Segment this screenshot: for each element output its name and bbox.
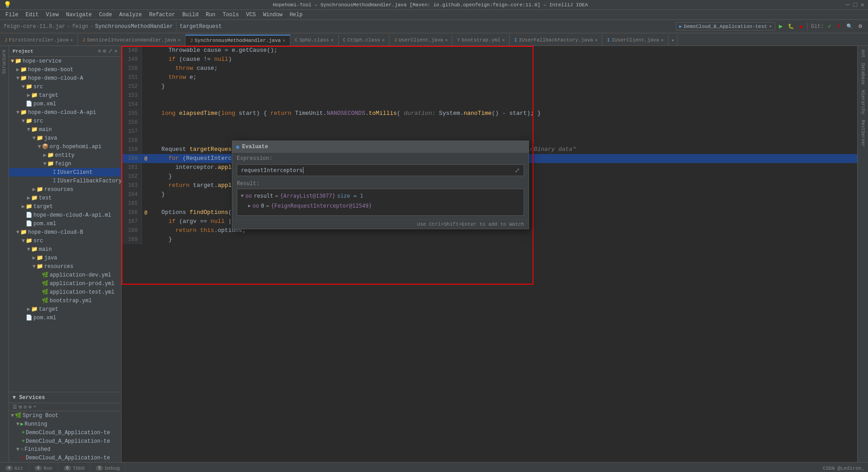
close-btn[interactable]: ✕ [861,1,864,9]
services-spring-boot[interactable]: ▼ 🌿 Spring Boot [9,411,121,420]
minimize-btn[interactable]: ─ [846,1,850,9]
tab-userclient[interactable]: J UserClient.java ✕ [389,35,452,45]
tab-close-bootstrap[interactable]: ✕ [502,37,505,43]
menu-help[interactable]: Help [286,10,306,19]
menu-tools[interactable]: Tools [219,10,243,19]
tree-hope-demo-cloud-a[interactable]: ▼ 📁 hope-demo-cloud-A [9,74,121,82]
settings-button[interactable]: ⚙ [856,23,864,30]
tree-entity[interactable]: ▶ 📁 entity [9,151,121,159]
breadcrumb-jar[interactable]: feign-core-11.8.jar [4,23,65,30]
menu-navigate[interactable]: Navigate [62,10,95,19]
gear-icon[interactable]: ⚙ [103,48,106,54]
tree-test[interactable]: ▶ 📁 test [9,194,121,202]
tab-close-iuserclient[interactable]: ✕ [661,37,664,43]
tree-bootstrap-yml[interactable]: ▶ 🌿 bootstrap.yml [9,296,121,305]
tab-close-sphu[interactable]: ✕ [331,37,334,43]
debug-button[interactable]: 🐛 [786,23,796,30]
tree-resources-1[interactable]: ▶ 📁 resources [9,185,121,194]
tab-iuserfallback[interactable]: I IUserFallbackFactory.java ✕ [510,35,602,45]
services-demo-a[interactable]: ☀ DemoCloud_A_Application-te [9,437,121,445]
tree-java-2[interactable]: ▶ 📁 java [9,254,121,262]
result-child-row[interactable]: ▶ oo 0 = {FeignRequestInterceptor@12549} [239,201,522,211]
tree-iuserclient[interactable]: ▶ I IUserClient [9,168,121,177]
tree-cloud-a-api-ml[interactable]: ▶ 📄 hope-demo-cloud-A-api.ml [9,211,121,219]
tab-iuserclient[interactable]: I IUserClient.java ✕ [602,35,669,45]
services-col-icon[interactable]: ⊞ [19,404,22,410]
menu-window[interactable]: Window [259,10,286,19]
services-header[interactable]: ▼ Services [9,392,121,403]
gutter-160[interactable]: @ [142,154,150,163]
database-panel-toggle[interactable]: Database [859,61,866,86]
ant-panel-toggle[interactable]: Ant [859,48,866,59]
gutter-166[interactable]: @ [142,208,150,217]
breadcrumb-class[interactable]: SynchronousMethodHandler [95,23,173,30]
tree-src-2[interactable]: ▼ 📁 src [9,117,121,125]
tree-hope-demo-boot[interactable]: ▶ 📁 hope-demo-boot [9,65,121,74]
menu-view[interactable]: View [42,10,63,19]
tree-pom-3[interactable]: ▶ 📄 pom.xml [9,313,121,322]
menu-refactor[interactable]: Refactor [145,10,179,19]
tree-target-1[interactable]: ▶ 📁 target [9,91,121,100]
maximize-btn[interactable]: □ [853,1,857,9]
tab-close-first-controller[interactable]: ✕ [70,37,73,43]
tree-hope-demo-cloud-b[interactable]: ▼ 📁 hope-demo-cloud-B [9,228,121,236]
tab-sphu[interactable]: C SphU.class ✕ [290,35,339,45]
expand-expression-btn[interactable]: ⤢ [515,167,520,174]
services-demo-b[interactable]: ☀ DemoCloud_B_Application-te [9,428,121,437]
services-demo-a-finished[interactable]: ✕ DemoCloud_A_Application-te [9,454,121,462]
menu-analyze[interactable]: Analyze [116,10,145,19]
menu-run[interactable]: Run [202,10,219,19]
menu-build[interactable]: Build [179,10,202,19]
tree-src-1[interactable]: ▼ 📁 src [9,82,121,91]
tree-java[interactable]: ▼ 📁 java [9,134,121,142]
search-everywhere-button[interactable]: 🔍 [845,23,854,30]
tab-close-userclient[interactable]: ✕ [445,37,448,43]
tab-ctsphu[interactable]: C CtSph.class ✕ [339,35,390,45]
tree-hope-demo-cloud-a-api[interactable]: ▼ 📁 hope-demo-cloud-A-api [9,108,121,117]
bottom-tab-debug[interactable]: 5 Debug [90,463,126,472]
tree-target-2[interactable]: ▶ 📁 target [9,202,121,211]
menu-edit[interactable]: Edit [22,10,42,19]
tree-pom-2[interactable]: ▶ 📄 pom.xml [9,219,121,228]
services-filter-icon[interactable]: ⊟ [24,404,27,410]
expand-icon[interactable]: ⤢ [108,48,113,54]
structure-panel-toggle[interactable]: Structure [0,48,9,76]
bottom-tab-todo[interactable]: 6 TODO [59,463,90,472]
tree-app-test[interactable]: ▶ 🌿 application-test.yml [9,288,121,296]
tab-more[interactable]: ▾ [669,35,678,45]
tab-synchronous[interactable]: J SynchronousMethodHandler.java ✕ [185,35,290,45]
tree-app-dev[interactable]: ▶ 🌿 application-dev.yml [9,271,121,279]
tab-close-iuserfallback[interactable]: ✕ [595,37,597,43]
services-finished[interactable]: ▼ ○ Finished [9,445,121,454]
menu-vcs[interactable]: VCS [243,10,260,19]
tab-close-sentinel[interactable]: ✕ [178,37,181,43]
bottom-tab-git[interactable]: 4 Git [0,463,29,472]
services-list-icon[interactable]: ☰ [13,404,17,410]
tree-src-3[interactable]: ▼ 📁 src [9,236,121,245]
locate-file-icon[interactable]: ⊙ [98,48,101,54]
menu-file[interactable]: File [2,10,22,19]
stop-button[interactable]: ■ [798,23,805,30]
target-request-breadcrumb[interactable]: targetRequest [180,23,222,30]
result-child-expand-icon[interactable]: ▶ [248,202,251,210]
tree-target-3[interactable]: ▶ 📁 target [9,305,121,313]
tab-close-synchronous[interactable]: ✕ [283,38,285,43]
tree-app-prod[interactable]: ▶ 🌿 application-prod.yml [9,279,121,288]
hierarchy-panel-toggle[interactable]: Hierarchy [859,88,866,116]
tree-main-2[interactable]: ▼ 📁 main [9,245,121,254]
code-editor[interactable]: 148 Throwable cause = e.getCause(); 149 … [122,46,857,462]
tree-resources-2[interactable]: ▼ 📁 resources [9,262,121,271]
result-root-row[interactable]: ▼ oo result = {ArrayList@13077} size = 1 [239,191,522,201]
git-x-button[interactable]: ✗ [835,23,843,30]
tree-hope-service[interactable]: ▼ 📁 hope-service [9,57,121,65]
breadcrumb-feign[interactable]: feign [72,23,88,30]
git-check-button[interactable]: ✓ [826,23,833,30]
tab-first-controller[interactable]: J FirstController.java ✕ [0,35,78,45]
menu-code[interactable]: Code [95,10,116,19]
result-expand-icon[interactable]: ▼ [241,192,244,200]
tree-main[interactable]: ▼ 📁 main [9,125,121,134]
services-settings-icon[interactable]: ⚙ [28,404,32,410]
services-running[interactable]: ▼ ▶ Running [9,420,121,428]
expression-input[interactable]: requestInterceptors ⤢ [237,164,524,176]
tree-iuserfallback-factory[interactable]: ▶ I IUserFallbackFactory [9,177,121,185]
